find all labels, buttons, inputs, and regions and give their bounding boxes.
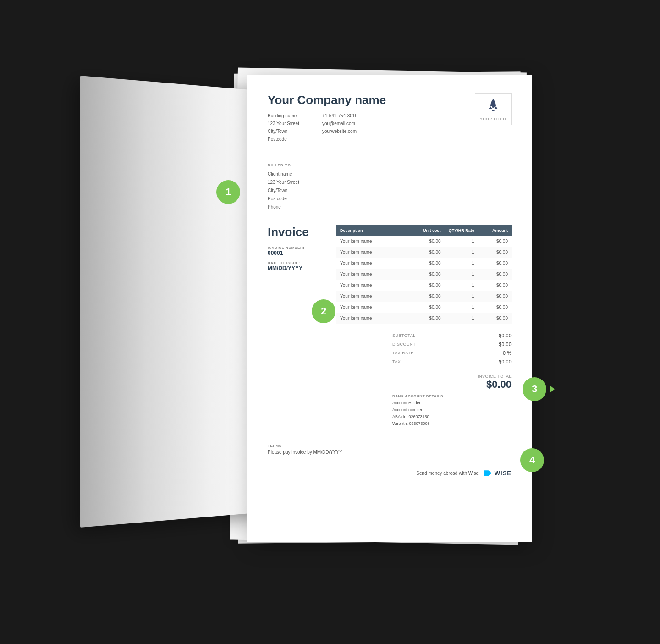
billed-to-label: BILLED TO bbox=[268, 163, 512, 167]
row-qty: 1 bbox=[441, 294, 474, 299]
row-description: Your item name bbox=[340, 294, 407, 299]
table-row: Your item name $0.00 1 $0.00 bbox=[336, 313, 512, 324]
table-row: Your item name $0.00 1 $0.00 bbox=[336, 280, 512, 291]
tax-rate-value: 0 % bbox=[503, 351, 512, 356]
table-row: Your item name $0.00 1 $0.00 bbox=[336, 236, 512, 247]
row-amount: $0.00 bbox=[474, 305, 508, 310]
tax-rate-label: TAX RATE bbox=[392, 351, 414, 356]
subtotal-label: SUBTOTAL bbox=[392, 333, 416, 338]
subtotal-row: SUBTOTAL $0.00 bbox=[392, 331, 512, 340]
bank-label: BANK ACCOUNT DETAILS bbox=[392, 394, 512, 398]
address-contact-row: Building name 123 Your Street City/Town … bbox=[268, 112, 386, 143]
terms-section: TERMS Please pay invoice by MM/DD/YYYY bbox=[268, 437, 512, 455]
client-phone: Phone bbox=[268, 203, 512, 211]
table-row: Your item name $0.00 1 $0.00 bbox=[336, 247, 512, 258]
row-qty: 1 bbox=[441, 250, 474, 255]
row-amount: $0.00 bbox=[474, 283, 508, 288]
bank-holder: Account Holder: bbox=[392, 400, 512, 407]
tax-value: $0.00 bbox=[499, 359, 512, 364]
row-qty: 1 bbox=[441, 239, 474, 244]
address-line3: City/Town bbox=[268, 127, 299, 135]
client-street: 123 Your Street bbox=[268, 178, 512, 187]
row-qty: 1 bbox=[441, 272, 474, 277]
address-line2: 123 Your Street bbox=[268, 120, 299, 127]
row-qty: 1 bbox=[441, 283, 474, 288]
discount-row: DIsCoUnT $0.00 bbox=[392, 340, 512, 349]
logo-label: YOUR LOGO bbox=[480, 117, 506, 121]
row-description: Your item name bbox=[340, 261, 407, 266]
company-website: yourwebsite.com bbox=[322, 127, 358, 135]
wise-text: Send money abroad with Wise. bbox=[416, 471, 479, 476]
table-row: Your item name $0.00 1 $0.00 bbox=[336, 269, 512, 280]
tax-row: TAX $0.00 bbox=[392, 358, 512, 366]
badge-3: 3 bbox=[522, 377, 546, 401]
invoice-title: Invoice bbox=[268, 225, 327, 239]
col-unit-cost: Unit cost bbox=[407, 228, 440, 233]
row-description: Your item name bbox=[340, 305, 407, 310]
row-qty: 1 bbox=[441, 316, 474, 321]
col-amount: Amount bbox=[474, 228, 508, 233]
table-header: Description Unit cost QTY/HR Rate Amount bbox=[336, 225, 512, 236]
invoice-meta: Invoice INVOICE NUMBER: 00001 DATE OF IS… bbox=[268, 225, 327, 428]
client-city: City/Town bbox=[268, 187, 512, 195]
company-email: you@email.com bbox=[322, 120, 358, 127]
client-name: Client name bbox=[268, 170, 512, 178]
company-info: Your Company name Building name 123 Your… bbox=[268, 93, 386, 152]
bank-wire: Wire rtn: 026073008 bbox=[392, 420, 512, 427]
billed-to-details: Client name 123 Your Street City/Town Po… bbox=[268, 170, 512, 211]
row-unit-cost: $0.00 bbox=[407, 294, 440, 299]
row-description: Your item name bbox=[340, 283, 407, 288]
wise-brand-name: WISE bbox=[495, 470, 512, 477]
wise-logo: WISE bbox=[484, 470, 512, 477]
row-qty: 1 bbox=[441, 261, 474, 266]
row-unit-cost: $0.00 bbox=[407, 283, 440, 288]
company-contact: +1-541-754-3010 you@email.com yourwebsit… bbox=[322, 112, 358, 143]
discount-label: DIsCoUnT bbox=[392, 342, 416, 347]
invoice-body: Invoice INVOICE NUMBER: 00001 DATE OF IS… bbox=[268, 225, 512, 428]
table-row: Your item name $0.00 1 $0.00 bbox=[336, 258, 512, 269]
book-shadow bbox=[80, 75, 270, 527]
terms-label: TERMS bbox=[268, 444, 512, 448]
badge-1: 1 bbox=[216, 180, 240, 204]
row-description: Your item name bbox=[340, 316, 407, 321]
company-phone: +1-541-754-3010 bbox=[322, 112, 358, 120]
tax-rate-row: TAX RATE 0 % bbox=[392, 349, 512, 358]
row-unit-cost: $0.00 bbox=[407, 250, 440, 255]
invoice-number-value: 00001 bbox=[268, 250, 327, 256]
row-description: Your item name bbox=[340, 272, 407, 277]
invoice-total-value: $0.00 bbox=[486, 379, 512, 391]
row-unit-cost: $0.00 bbox=[407, 239, 440, 244]
row-amount: $0.00 bbox=[474, 316, 508, 321]
row-unit-cost: $0.00 bbox=[407, 272, 440, 277]
row-unit-cost: $0.00 bbox=[407, 261, 440, 266]
invoice-table: Description Unit cost QTY/HR Rate Amount… bbox=[336, 225, 512, 428]
invoice-paper: Your Company name Building name 123 Your… bbox=[248, 75, 532, 542]
company-name: Your Company name bbox=[268, 93, 386, 107]
bank-aba: ABA rtn: 026073150 bbox=[392, 413, 512, 420]
totals-section: SUBTOTAL $0.00 DIsCoUnT $0.00 TAX RATE 0… bbox=[392, 331, 512, 428]
rocket-icon bbox=[485, 97, 501, 117]
row-amount: $0.00 bbox=[474, 272, 508, 277]
billed-to-section: BILLED TO Client name 123 Your Street Ci… bbox=[268, 163, 512, 211]
col-description: Description bbox=[340, 228, 407, 233]
invoice-header: Your Company name Building name 123 Your… bbox=[268, 93, 512, 152]
wise-flag-icon bbox=[484, 470, 492, 476]
scene: Your Company name Building name 123 Your… bbox=[55, 47, 605, 597]
invoice-footer: Send money abroad with Wise. WISE bbox=[268, 464, 512, 477]
terms-text: Please pay invoice by MM/DD/YYYY bbox=[268, 450, 512, 455]
svg-point-0 bbox=[492, 105, 495, 108]
row-description: Your item name bbox=[340, 250, 407, 255]
table-rows: Your item name $0.00 1 $0.00 Your item n… bbox=[336, 236, 512, 324]
logo-box: YOUR LOGO bbox=[475, 93, 512, 125]
row-unit-cost: $0.00 bbox=[407, 305, 440, 310]
table-row: Your item name $0.00 1 $0.00 bbox=[336, 302, 512, 313]
row-unit-cost: $0.00 bbox=[407, 316, 440, 321]
invoice-total-label: INVOICE TOTAL bbox=[478, 374, 512, 379]
row-amount: $0.00 bbox=[474, 250, 508, 255]
row-amount: $0.00 bbox=[474, 294, 508, 299]
bank-number: Account number: bbox=[392, 407, 512, 413]
invoice-date-label: DATE OF ISSUE: bbox=[268, 261, 327, 265]
total-divider bbox=[392, 369, 512, 369]
row-description: Your item name bbox=[340, 239, 407, 244]
address-line4: Postcode bbox=[268, 135, 299, 143]
